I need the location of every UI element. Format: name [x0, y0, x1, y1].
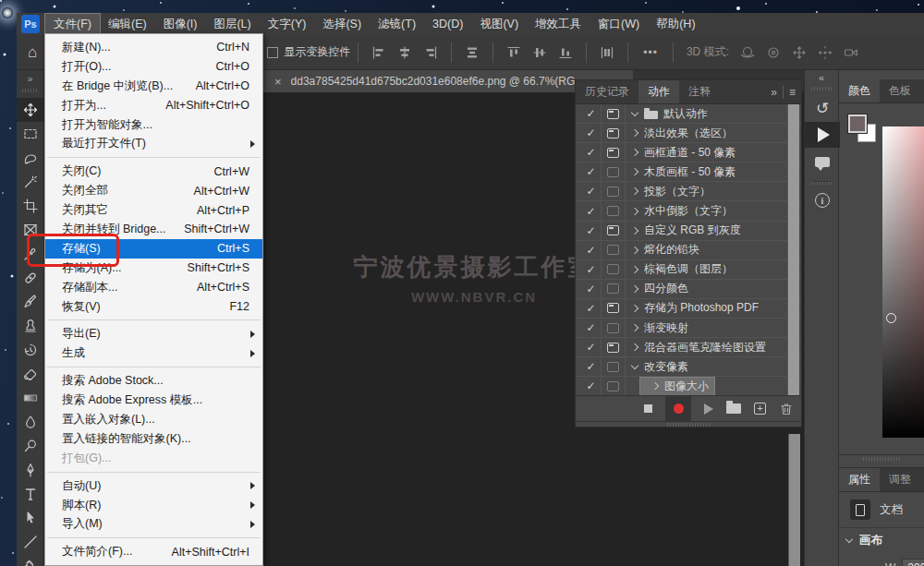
- marquee-tool[interactable]: [17, 122, 44, 146]
- actions-tab-注释[interactable]: 注释: [679, 80, 720, 103]
- chevron-right-icon[interactable]: [631, 266, 638, 273]
- distribute-h-icon[interactable]: [600, 45, 614, 60]
- blur-tool[interactable]: [17, 410, 44, 434]
- chevron-right-icon[interactable]: [631, 168, 638, 175]
- action-row[interactable]: ✓渐变映射: [576, 319, 801, 338]
- modal-control-cell[interactable]: [602, 241, 626, 259]
- chevron-down-icon[interactable]: [631, 362, 638, 369]
- panel-menu-icon[interactable]: ≡: [789, 86, 796, 99]
- action-row[interactable]: ✓混合器画笔克隆绘图设置: [576, 338, 801, 357]
- action-enabled-check-icon[interactable]: ✓: [581, 319, 602, 337]
- menubar-item-图层(L)[interactable]: 图层(L): [205, 14, 259, 35]
- new-action-button[interactable]: +: [754, 403, 766, 415]
- action-row[interactable]: ✓存储为 Photoshop PDF: [576, 299, 801, 319]
- brush-tool[interactable]: [17, 290, 44, 314]
- chevron-right-icon[interactable]: [631, 246, 638, 253]
- file-menu-item-打开为智能对象...[interactable]: 打开为智能对象...: [45, 115, 262, 135]
- action-row[interactable]: ✓画框通道 - 50 像素: [576, 143, 801, 163]
- action-enabled-check-icon[interactable]: ✓: [581, 280, 602, 298]
- menubar-item-3D(D)[interactable]: 3D(D): [424, 15, 471, 33]
- action-row[interactable]: ✓图像大小: [576, 377, 801, 395]
- action-enabled-check-icon[interactable]: ✓: [581, 201, 602, 220]
- chevron-right-icon[interactable]: [631, 285, 638, 293]
- file-menu-item-在 Bridge 中浏览(B)...[interactable]: 在 Bridge 中浏览(B)...Alt+Ctrl+O: [45, 77, 262, 96]
- file-menu-item-导入(M)[interactable]: 导入(M): [45, 514, 262, 534]
- canvas-section-header[interactable]: 画布: [846, 533, 882, 548]
- action-enabled-check-icon[interactable]: ✓: [581, 338, 602, 356]
- action-enabled-check-icon[interactable]: ✓: [581, 222, 602, 240]
- move-tool[interactable]: [17, 98, 44, 122]
- file-menu-item-关闭全部[interactable]: 关闭全部Alt+Ctrl+W: [45, 181, 262, 200]
- file-menu-item-搜索 Adobe Stock...[interactable]: 搜索 Adobe Stock...: [45, 371, 262, 391]
- canvas-vertical-scrollbar[interactable]: [788, 434, 800, 566]
- file-menu-item-搜索 Adobe Express 模板...[interactable]: 搜索 Adobe Express 模板...: [45, 391, 262, 410]
- actions-tab-历史记录[interactable]: 历史记录: [576, 80, 638, 103]
- chevron-right-icon[interactable]: [631, 149, 638, 156]
- gradient-tool[interactable]: [17, 386, 44, 410]
- menubar-item-选择(S)[interactable]: 选择(S): [314, 14, 370, 35]
- modal-control-cell[interactable]: [602, 182, 626, 200]
- modal-control-cell[interactable]: [602, 357, 626, 376]
- modal-control-cell[interactable]: [602, 319, 626, 337]
- dodge-tool[interactable]: [17, 434, 44, 458]
- modal-control-cell[interactable]: [602, 124, 626, 142]
- panel-divider-grip[interactable]: [839, 454, 924, 461]
- modal-control-cell[interactable]: [602, 260, 626, 279]
- chevron-right-icon[interactable]: [631, 187, 638, 195]
- eraser-tool[interactable]: [17, 362, 44, 386]
- width-input[interactable]: 200: [902, 559, 924, 566]
- comment-panel-icon[interactable]: [805, 148, 840, 175]
- color-picker-field[interactable]: [882, 126, 924, 438]
- menubar-item-文件(F)[interactable]: 文件(F): [45, 14, 100, 35]
- panel-collapse-icon[interactable]: »: [771, 86, 777, 99]
- delete-button[interactable]: [779, 402, 794, 416]
- action-enabled-check-icon[interactable]: ✓: [581, 377, 602, 395]
- action-enabled-check-icon[interactable]: ✓: [581, 357, 602, 376]
- file-menu-item-文件简介(F)...[interactable]: 文件简介(F)...Alt+Shift+Ctrl+I: [45, 542, 262, 561]
- chevron-down-icon[interactable]: [631, 108, 638, 115]
- menubar-item-文字(Y)[interactable]: 文字(Y): [260, 14, 315, 35]
- close-tab-icon[interactable]: ×: [274, 75, 282, 89]
- action-row[interactable]: ✓棕褐色调（图层）: [576, 260, 801, 280]
- file-menu-item-导出(E)[interactable]: 导出(E): [45, 324, 262, 343]
- file-menu-item-最近打开文件(T)[interactable]: 最近打开文件(T): [45, 134, 262, 153]
- show-transform-checkbox[interactable]: [267, 47, 278, 58]
- file-menu-item-新建(N)...[interactable]: 新建(N)...Ctrl+N: [45, 38, 262, 57]
- camera-3d-icon[interactable]: [844, 45, 858, 60]
- action-enabled-check-icon[interactable]: ✓: [581, 104, 602, 123]
- align-center-h-icon[interactable]: [397, 45, 412, 60]
- dock-grip[interactable]: [811, 87, 832, 90]
- modal-control-cell[interactable]: [602, 143, 626, 162]
- modal-control-cell[interactable]: [602, 104, 626, 123]
- action-row[interactable]: ✓淡出效果（选区）: [576, 124, 801, 143]
- record-button[interactable]: [665, 396, 691, 422]
- home-icon[interactable]: ⌂: [28, 43, 37, 62]
- modal-control-cell[interactable]: [602, 377, 626, 395]
- file-menu-item-恢复(V)[interactable]: 恢复(V)F12: [45, 297, 262, 317]
- menubar-item-图像(I)[interactable]: 图像(I): [155, 14, 206, 35]
- toolbar-grip[interactable]: [22, 89, 38, 92]
- play-button[interactable]: [704, 403, 713, 415]
- align-left-icon[interactable]: [371, 45, 386, 60]
- hand-tool[interactable]: [17, 554, 44, 566]
- align-right-icon[interactable]: [423, 45, 438, 60]
- action-row[interactable]: ✓水中倒影（文字）: [576, 201, 801, 221]
- new-group-button[interactable]: [726, 403, 741, 414]
- action-row[interactable]: ✓熔化的铅块: [576, 241, 801, 260]
- file-menu-item-关闭(C)[interactable]: 关闭(C)Ctrl+W: [45, 162, 262, 181]
- actions-scrollbar[interactable]: [787, 104, 799, 395]
- menubar-item-滤镜(T)[interactable]: 滤镜(T): [370, 14, 424, 35]
- modal-control-cell[interactable]: [602, 163, 626, 181]
- align-bottom-icon[interactable]: [558, 45, 573, 60]
- align-top-icon[interactable]: [506, 45, 521, 60]
- file-menu-item-打开(O)...[interactable]: 打开(O)...Ctrl+O: [45, 57, 262, 77]
- crop-tool[interactable]: [17, 194, 44, 218]
- menubar-item-窗口(W)[interactable]: 窗口(W): [590, 14, 648, 35]
- file-menu-item-生成[interactable]: 生成: [45, 343, 262, 363]
- distribute-v-icon[interactable]: [465, 45, 480, 60]
- action-row[interactable]: ✓木质画框 - 50 像素: [576, 163, 801, 182]
- modal-control-cell[interactable]: [602, 201, 626, 220]
- chevron-right-icon[interactable]: [651, 382, 659, 390]
- color-tab-色板[interactable]: 色板: [880, 79, 920, 102]
- chevron-right-icon[interactable]: [631, 129, 638, 137]
